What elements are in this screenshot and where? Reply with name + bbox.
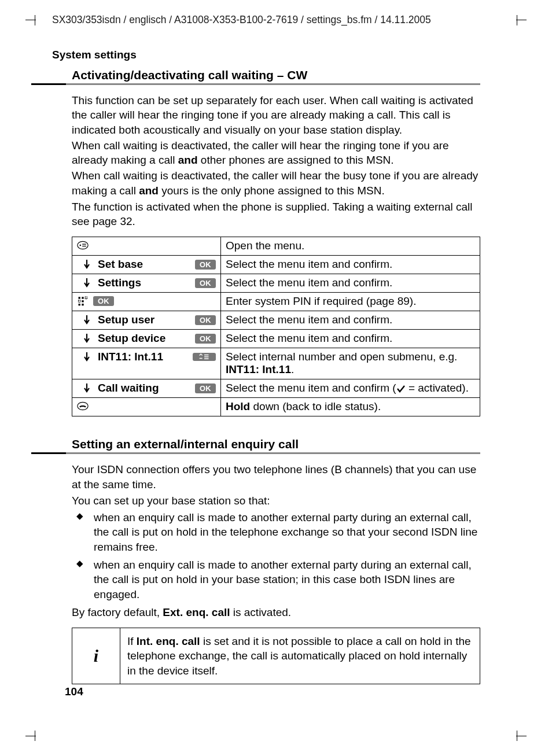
note-text: If Int. enq. call is set and it is not p… (120, 628, 480, 684)
svg-rect-11 (204, 355, 209, 356)
step-desc: Select the menu item and confirm ( = act… (221, 379, 480, 398)
table-row: Setup user OK Select the menu item and c… (72, 311, 480, 330)
table-row: Call waiting OK Select the menu item and… (72, 379, 480, 398)
menu-label: Setup device (95, 332, 190, 345)
table-row: OK Enter system PIN if required (page 89… (72, 293, 480, 311)
step-desc: Select the menu item and confirm. (221, 274, 480, 293)
menu-label: Set base (95, 258, 190, 271)
body-text: Your ISDN connection offers you two tele… (72, 462, 480, 492)
table-row: Settings OK Select the menu item and con… (72, 274, 480, 293)
svg-point-0 (78, 242, 88, 249)
svg-rect-9 (79, 304, 80, 305)
header-path: SX303/353isdn / englisch / A31008-X353-B… (52, 14, 500, 26)
body-text: When call waiting is deactivated, the ca… (72, 138, 480, 168)
body-text: When call waiting is deactivated, the ca… (72, 168, 480, 198)
step-desc: Select the menu item and confirm. (221, 256, 480, 274)
ok-badge: OK (195, 260, 216, 270)
svg-rect-12 (204, 357, 209, 358)
bullet-list: when an enquiry call is made to another … (72, 510, 480, 602)
svg-point-1 (80, 245, 82, 246)
keypad-icon (77, 295, 89, 307)
step-desc: Select the menu item and confirm. (221, 330, 480, 348)
svg-rect-5 (82, 297, 83, 299)
list-item: when an enquiry call is made to another … (72, 558, 480, 602)
check-icon (396, 385, 406, 393)
svg-rect-8 (82, 301, 83, 303)
ok-badge: OK (195, 383, 216, 393)
submenu-badge (193, 353, 216, 361)
step-desc: Open the menu. (221, 237, 480, 256)
section-header: System settings (52, 49, 137, 61)
page-number: 104 (65, 685, 83, 698)
svg-rect-2 (82, 244, 86, 245)
svg-rect-7 (79, 301, 80, 303)
body-text: By factory default, Ext. enq. call is ac… (72, 605, 480, 619)
table-row: Setup device OK Select the menu item and… (72, 330, 480, 348)
menu-label: INT11: Int.11 (95, 351, 188, 363)
step-desc: Select internal number and open submenu,… (221, 348, 480, 379)
table-row: Open the menu. (72, 237, 480, 256)
info-icon: i (72, 628, 120, 684)
menu-label: Setup user (95, 314, 190, 326)
hangup-key-icon (77, 400, 89, 412)
step-desc: Hold down (back to idle status). (221, 398, 480, 416)
procedure-table: Open the menu. Set base OK Select the me… (72, 237, 480, 416)
svg-rect-4 (79, 297, 80, 299)
menu-label: Call waiting (95, 382, 190, 394)
down-arrow-icon (83, 259, 91, 270)
heading-rule (72, 452, 480, 454)
svg-rect-13 (204, 359, 209, 360)
heading-enquiry: Setting an external/internal enquiry cal… (72, 437, 480, 451)
heading-cw: Activating/deactivating call waiting – C… (72, 68, 480, 82)
ok-badge: OK (93, 296, 114, 306)
body-text: You can set up your base station so that… (72, 493, 480, 508)
ok-badge: OK (195, 278, 216, 288)
info-note: i If Int. enq. call is set and it is not… (72, 628, 480, 684)
step-desc: Enter system PIN if required (page 89). (221, 293, 480, 311)
menu-label: Settings (95, 276, 190, 289)
down-arrow-icon (83, 277, 91, 289)
heading-rule (72, 83, 480, 85)
body-text: This function can be set up separately f… (72, 93, 480, 137)
down-arrow-icon (83, 382, 91, 394)
ok-badge: OK (195, 315, 216, 325)
menu-key-icon (77, 239, 89, 251)
table-row: INT11: Int.11 Select internal number and… (72, 348, 480, 379)
svg-rect-6 (85, 297, 87, 299)
step-desc: Select the menu item and confirm. (221, 311, 480, 330)
svg-rect-10 (82, 304, 83, 305)
list-item: when an enquiry call is made to another … (72, 510, 480, 554)
body-text: The function is activated when the phone… (72, 200, 480, 229)
down-arrow-icon (83, 314, 91, 326)
svg-rect-3 (82, 246, 86, 246)
ok-badge: OK (195, 334, 216, 344)
table-row: Set base OK Select the menu item and con… (72, 256, 480, 274)
down-arrow-icon (83, 333, 91, 344)
table-row: Hold down (back to idle status). (72, 398, 480, 416)
down-arrow-icon (83, 351, 91, 363)
